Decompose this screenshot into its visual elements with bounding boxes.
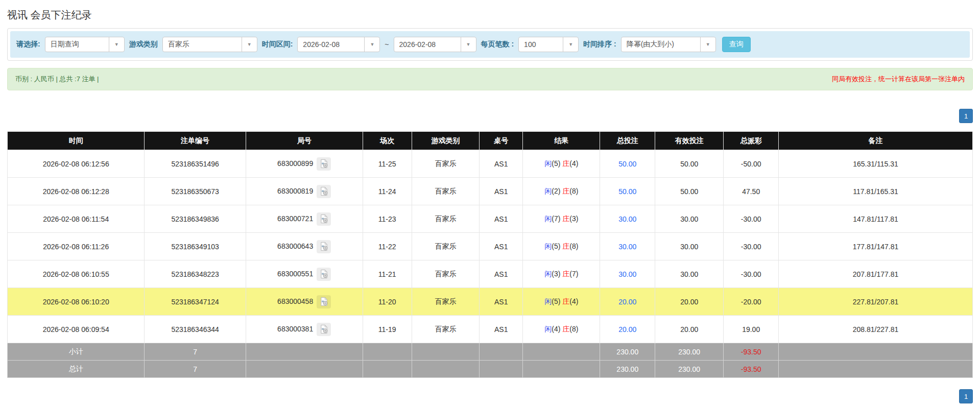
cell-valid-bet: 30.00 xyxy=(655,233,724,260)
video-replay-button[interactable] xyxy=(317,323,331,336)
cell-remark: 177.81/147.81 xyxy=(779,233,973,260)
cell-game-type: 百家乐 xyxy=(412,260,479,288)
cell-remark: 117.81/165.31 xyxy=(779,178,973,205)
column-header: 游戏类别 xyxy=(412,132,479,150)
total-bet-link[interactable]: 30.00 xyxy=(618,215,636,223)
chevron-down-icon: ▼ xyxy=(364,37,379,52)
table-row: 2026-02-08 06:11:54523186349836683000721… xyxy=(8,205,973,233)
round-number: 683000643 xyxy=(277,242,313,250)
cell-table-number: AS1 xyxy=(480,205,523,233)
film-document-icon xyxy=(319,242,329,251)
video-replay-button[interactable] xyxy=(317,240,331,253)
result-banker-label: 庄 xyxy=(562,242,569,250)
column-header: 桌号 xyxy=(480,132,523,150)
cell-result: 闲(5) 庄(4) xyxy=(523,288,600,316)
cell-game-type: 百家乐 xyxy=(412,288,479,316)
cell-bet-number: 523186347124 xyxy=(145,288,246,316)
summary-empty xyxy=(480,343,523,361)
date-from-select[interactable]: 2026-02-08 ▼ xyxy=(297,37,380,52)
round-number: 683000819 xyxy=(277,186,313,195)
column-header: 结果 xyxy=(523,132,600,150)
total-bet-link[interactable]: 20.00 xyxy=(618,298,636,306)
video-replay-button[interactable] xyxy=(317,185,331,198)
cell-time: 2026-02-08 06:12:28 xyxy=(8,178,145,205)
total-bet-link[interactable]: 30.00 xyxy=(618,270,636,278)
column-header: 有效投注 xyxy=(655,132,724,150)
cell-time: 2026-02-08 06:10:20 xyxy=(8,288,145,316)
summary-label: 小计 xyxy=(8,343,145,361)
query-type-value: 日期查询 xyxy=(45,40,84,49)
game-type-value: 百家乐 xyxy=(163,40,195,49)
cell-valid-bet: 30.00 xyxy=(655,260,724,288)
video-replay-button[interactable] xyxy=(317,212,331,226)
chevron-down-icon: ▼ xyxy=(461,37,476,52)
total-bet-link[interactable]: 30.00 xyxy=(618,243,636,251)
summary-empty xyxy=(523,343,600,361)
result-banker-label: 庄 xyxy=(562,297,569,305)
cell-valid-bet: 30.00 xyxy=(655,205,724,233)
cell-result: 闲(2) 庄(8) xyxy=(523,178,600,205)
cell-round: 683000721 xyxy=(246,205,363,233)
cell-table-number: AS1 xyxy=(480,233,523,260)
summary-count: 7 xyxy=(145,361,246,378)
table-row: 2026-02-08 06:10:55523186348223683000551… xyxy=(8,260,973,288)
total-bet-link[interactable]: 20.00 xyxy=(618,325,636,333)
filter-bar: 请选择: 日期查询 ▼ 游戏类别 百家乐 ▼ 时间区间: 2026-02-08 … xyxy=(10,31,970,58)
warning-note-text: 同局有效投注，统一计算在该局第一张注单内 xyxy=(832,75,965,84)
total-bet-link[interactable]: 50.00 xyxy=(618,187,636,196)
bet-table-body: 2026-02-08 06:12:56523186351496683000899… xyxy=(8,150,973,343)
time-sort-select[interactable]: 降幂(由大到小) ▼ xyxy=(621,37,716,52)
round-number: 683000721 xyxy=(277,214,313,222)
chevron-down-icon: ▼ xyxy=(700,37,715,52)
cell-table-number: AS1 xyxy=(480,150,523,178)
game-type-select[interactable]: 百家乐 ▼ xyxy=(162,37,257,52)
page-button-1[interactable]: 1 xyxy=(959,389,973,403)
column-header: 局号 xyxy=(246,132,363,150)
film-document-icon xyxy=(319,214,329,224)
date-from-value: 2026-02-08 xyxy=(298,40,345,49)
video-replay-button[interactable] xyxy=(317,157,331,171)
cell-session: 11-21 xyxy=(363,260,412,288)
chevron-down-icon: ▼ xyxy=(109,37,124,52)
chevron-down-icon: ▼ xyxy=(563,37,578,52)
cell-remark: 208.81/227.81 xyxy=(779,316,973,343)
result-player-label: 闲 xyxy=(544,187,552,195)
cell-session: 11-19 xyxy=(363,316,412,343)
cell-valid-bet: 50.00 xyxy=(655,150,724,178)
summary-empty xyxy=(779,343,973,361)
total-bet-link[interactable]: 50.00 xyxy=(618,160,636,168)
video-replay-button[interactable] xyxy=(317,295,331,308)
result-player-label: 闲 xyxy=(544,270,552,278)
cell-payout: -20.00 xyxy=(724,288,779,316)
cell-time: 2026-02-08 06:11:54 xyxy=(8,205,145,233)
pagination-top: 1 xyxy=(7,109,973,123)
query-type-select[interactable]: 日期查询 ▼ xyxy=(45,37,125,52)
cell-game-type: 百家乐 xyxy=(412,233,479,260)
summary-valid-bet: 230.00 xyxy=(655,361,724,378)
cell-result: 闲(7) 庄(3) xyxy=(523,205,600,233)
video-replay-button[interactable] xyxy=(317,268,331,281)
currency-summary-text: 币别 : 人民币 | 总共 :7 注单 | xyxy=(15,75,99,84)
summary-empty xyxy=(246,343,363,361)
date-to-select[interactable]: 2026-02-08 ▼ xyxy=(394,37,476,52)
cell-total-bet: 20.00 xyxy=(600,288,655,316)
search-button[interactable]: 查询 xyxy=(722,37,751,52)
cell-table-number: AS1 xyxy=(480,316,523,343)
time-sort-label: 时间排序 : xyxy=(583,40,616,49)
bet-records-table: 时间注单编号局号场次游戏类别桌号结果总投注有效投注总派彩备注 2026-02-0… xyxy=(7,131,973,378)
cell-table-number: AS1 xyxy=(480,260,523,288)
page-button-1[interactable]: 1 xyxy=(959,109,973,123)
summary-total-bet: 230.00 xyxy=(600,361,655,378)
round-number: 683000458 xyxy=(277,297,313,305)
date-to-value: 2026-02-08 xyxy=(394,40,441,49)
cell-round: 683000458 xyxy=(246,288,363,316)
cell-session: 11-22 xyxy=(363,233,412,260)
column-header: 场次 xyxy=(363,132,412,150)
cell-time: 2026-02-08 06:11:26 xyxy=(8,233,145,260)
table-row: 2026-02-08 06:11:26523186349103683000643… xyxy=(8,233,973,260)
cell-remark: 227.81/207.81 xyxy=(779,288,973,316)
cell-bet-number: 523186350673 xyxy=(145,178,246,205)
main-container: 视讯 会员下注纪录 请选择: 日期查询 ▼ 游戏类别 百家乐 ▼ 时间区间: 2… xyxy=(0,0,980,405)
cell-round: 683000551 xyxy=(246,260,363,288)
page-size-select[interactable]: 100 ▼ xyxy=(518,37,579,52)
